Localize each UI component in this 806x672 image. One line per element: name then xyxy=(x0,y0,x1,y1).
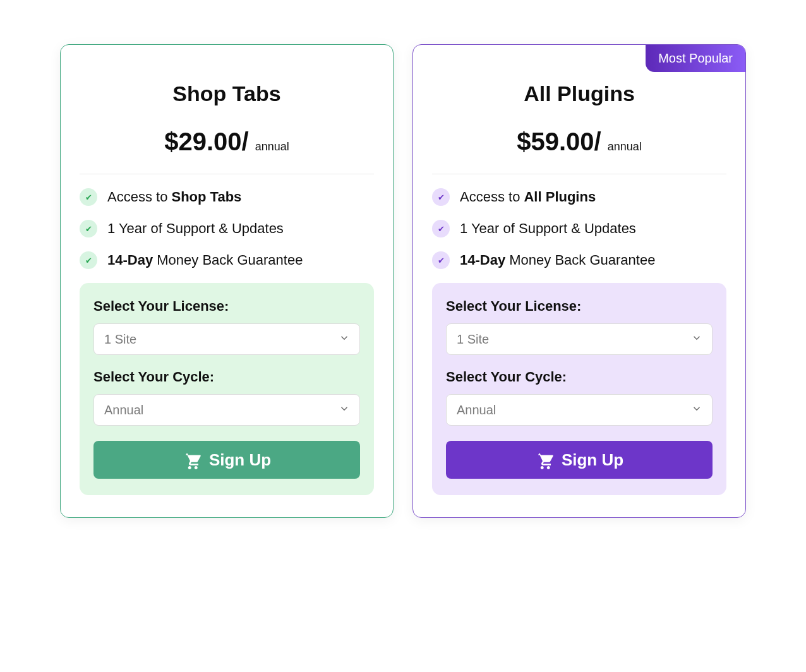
feature-item: ✔ 14-Day Money Back Guarantee xyxy=(432,251,726,269)
check-icon: ✔ xyxy=(432,220,450,237)
feature-text: Access to All Plugins xyxy=(460,189,596,205)
sign-up-button[interactable]: Sign Up xyxy=(93,441,360,479)
license-select[interactable]: 1 Site xyxy=(93,323,360,355)
plan-title: All Plugins xyxy=(432,81,726,106)
feature-item: ✔ Access to All Plugins xyxy=(432,188,726,206)
feature-list: ✔ Access to All Plugins ✔ 1 Year of Supp… xyxy=(432,188,726,269)
feature-text: 1 Year of Support & Updates xyxy=(107,220,284,237)
button-label: Sign Up xyxy=(209,450,271,470)
feature-bold: 14-Day xyxy=(460,252,505,268)
check-icon: ✔ xyxy=(80,188,97,206)
feature-prefix: Access to xyxy=(460,189,524,205)
cycle-label: Select Your Cycle: xyxy=(446,369,713,385)
license-select-wrap: 1 Site xyxy=(446,323,713,355)
cycle-select-wrap: Annual xyxy=(93,394,360,426)
check-icon: ✔ xyxy=(80,251,97,269)
cycle-select[interactable]: Annual xyxy=(446,394,713,426)
sign-up-button[interactable]: Sign Up xyxy=(446,441,713,479)
feature-bold: 14-Day xyxy=(107,252,153,268)
cycle-select-wrap: Annual xyxy=(446,394,713,426)
feature-bold: All Plugins xyxy=(524,189,596,205)
price-row: $29.00/ annual xyxy=(80,128,374,156)
feature-item: ✔ 1 Year of Support & Updates xyxy=(80,220,374,237)
divider xyxy=(80,174,374,174)
most-popular-badge: Most Popular xyxy=(646,45,745,72)
cart-icon xyxy=(183,450,202,469)
license-select-wrap: 1 Site xyxy=(93,323,360,355)
feature-prefix: 1 Year of Support & Updates xyxy=(460,220,636,236)
feature-list: ✔ Access to Shop Tabs ✔ 1 Year of Suppor… xyxy=(80,188,374,269)
feature-text: 14-Day Money Back Guarantee xyxy=(107,252,303,268)
button-label: Sign Up xyxy=(562,450,623,470)
options-box: Select Your License: 1 Site Select Your … xyxy=(432,283,726,495)
pricing-card-shop-tabs: Shop Tabs $29.00/ annual ✔ Access to Sho… xyxy=(60,44,394,518)
license-select[interactable]: 1 Site xyxy=(446,323,713,355)
price-row: $59.00/ annual xyxy=(432,128,726,156)
plan-price: $59.00/ xyxy=(517,128,601,156)
feature-item: ✔ Access to Shop Tabs xyxy=(80,188,374,206)
plan-period: annual xyxy=(255,140,289,153)
feature-item: ✔ 14-Day Money Back Guarantee xyxy=(80,251,374,269)
feature-suffix: Money Back Guarantee xyxy=(153,252,303,268)
license-label: Select Your License: xyxy=(93,298,360,315)
feature-text: Access to Shop Tabs xyxy=(107,189,241,205)
feature-text: 14-Day Money Back Guarantee xyxy=(460,252,655,268)
divider xyxy=(432,174,726,174)
feature-prefix: 1 Year of Support & Updates xyxy=(107,220,284,236)
feature-text: 1 Year of Support & Updates xyxy=(460,220,636,237)
options-box: Select Your License: 1 Site Select Your … xyxy=(80,283,374,495)
feature-item: ✔ 1 Year of Support & Updates xyxy=(432,220,726,237)
plan-title: Shop Tabs xyxy=(80,81,374,106)
check-icon: ✔ xyxy=(80,220,97,237)
license-label: Select Your License: xyxy=(446,298,713,315)
check-icon: ✔ xyxy=(432,188,450,206)
cycle-label: Select Your Cycle: xyxy=(93,369,360,385)
feature-prefix: Access to xyxy=(107,189,171,205)
cart-icon xyxy=(535,450,554,469)
cycle-select[interactable]: Annual xyxy=(93,394,360,426)
plan-period: annual xyxy=(608,140,642,153)
check-icon: ✔ xyxy=(432,251,450,269)
plan-price: $29.00/ xyxy=(164,128,248,156)
pricing-card-all-plugins: Most Popular All Plugins $59.00/ annual … xyxy=(412,44,746,518)
feature-suffix: Money Back Guarantee xyxy=(505,252,655,268)
feature-bold: Shop Tabs xyxy=(171,189,241,205)
